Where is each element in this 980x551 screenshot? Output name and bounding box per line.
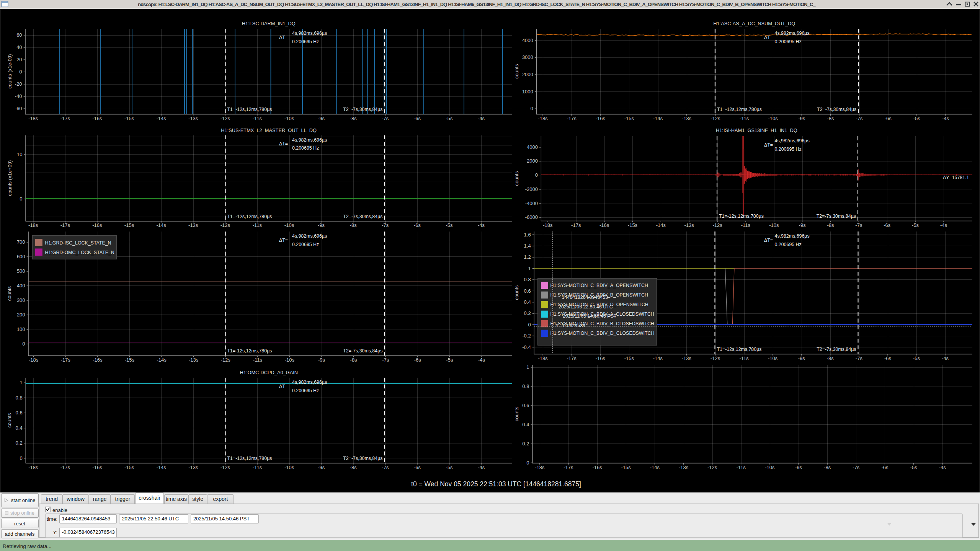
svg-text:-60: -60	[15, 106, 22, 111]
svg-text:40: 40	[16, 44, 22, 50]
svg-text:H1:SYS-MOTION_C_BDIV_A_OPENSWI: H1:SYS-MOTION_C_BDIV_A_OPENSWITCH	[550, 283, 648, 288]
svg-text:-9s: -9s	[798, 355, 805, 361]
svg-text:T2=-7s,30ms,84µs: T2=-7s,30ms,84µs	[343, 456, 382, 461]
svg-text:-17s: -17s	[567, 116, 577, 121]
svg-text:0: 0	[20, 455, 22, 461]
svg-text:1: 1	[20, 380, 22, 385]
svg-text:-9s: -9s	[798, 116, 805, 121]
svg-text:-17s: -17s	[571, 222, 581, 228]
svg-text:-16s: -16s	[93, 357, 103, 363]
svg-text:-9s: -9s	[795, 465, 802, 470]
svg-text:counts: counts	[7, 413, 13, 428]
svg-text:0.6: 0.6	[522, 403, 529, 408]
svg-text:T1=-12s,12ms,780µs: T1=-12s,12ms,780µs	[227, 214, 272, 219]
svg-text:-14s: -14s	[653, 116, 663, 121]
svg-text:-12s: -12s	[221, 357, 231, 363]
svg-text:-0.2: -0.2	[522, 333, 531, 339]
svg-text:T2=-7s,30ms,84µs: T2=-7s,30ms,84µs	[343, 348, 382, 354]
svg-text:200: 200	[17, 312, 25, 318]
svg-text:-8s: -8s	[350, 465, 357, 470]
svg-text:H1:OMC-DCPD_A0_GAIN: H1:OMC-DCPD_A0_GAIN	[240, 370, 298, 375]
svg-text:1.6: 1.6	[524, 232, 531, 238]
svg-text:-5s: -5s	[446, 357, 453, 363]
svg-text:-13s: -13s	[188, 222, 198, 228]
svg-text:0.4: 0.4	[522, 422, 529, 427]
svg-text:0.4: 0.4	[524, 299, 531, 305]
svg-text:0.200695 Hz: 0.200695 Hz	[775, 147, 802, 152]
svg-text:0.200695 Hz: 0.200695 Hz	[775, 39, 802, 44]
svg-text:-13s: -13s	[682, 116, 692, 121]
svg-text:-8s: -8s	[350, 357, 358, 363]
svg-text:-8s: -8s	[827, 355, 834, 361]
svg-text:-6s: -6s	[414, 465, 421, 470]
svg-text:-14s: -14s	[156, 222, 166, 228]
svg-text:-15s: -15s	[624, 116, 634, 121]
svg-text:counts (x1e-09): counts (x1e-09)	[7, 54, 13, 88]
svg-text:H1:LSC-DARM_IN1_DQ: H1:LSC-DARM_IN1_DQ	[242, 21, 296, 26]
svg-text:-14s: -14s	[157, 465, 167, 470]
svg-text:-9s: -9s	[799, 222, 806, 228]
svg-text:1: 1	[526, 364, 529, 370]
svg-text:-16s: -16s	[599, 222, 609, 228]
svg-text:2025/11/05 14:50:46 PST: 2025/11/05 14:50:46 PST	[563, 313, 617, 319]
svg-text:-18s: -18s	[538, 355, 548, 361]
svg-text:-13s: -13s	[682, 355, 692, 361]
svg-text:4s,982ms,696µs: 4s,982ms,696µs	[292, 137, 327, 143]
svg-text:4s,982ms,696µs: 4s,982ms,696µs	[292, 31, 327, 36]
svg-text:-5s: -5s	[446, 116, 453, 121]
svg-text:-10s: -10s	[284, 222, 294, 228]
svg-text:-5s: -5s	[913, 355, 920, 361]
svg-text:-9s: -9s	[318, 222, 325, 228]
svg-text:H1:SYS-MOTION_C_BDIV_D_CLOSEDS: H1:SYS-MOTION_C_BDIV_D_CLOSEDSWITCH	[550, 331, 655, 336]
svg-text:-6s: -6s	[881, 465, 889, 470]
svg-text:-7s: -7s	[382, 357, 389, 363]
svg-text:-18s: -18s	[28, 465, 38, 470]
svg-text:0.200695 Hz: 0.200695 Hz	[775, 242, 802, 247]
svg-text:600: 600	[17, 254, 25, 259]
svg-text:-10s: -10s	[765, 465, 775, 470]
svg-text:-0.4: -0.4	[522, 344, 531, 350]
svg-text:-6s: -6s	[884, 222, 891, 228]
svg-text:-17s: -17s	[61, 357, 71, 363]
svg-text:0.6: 0.6	[524, 288, 531, 294]
svg-text:T1=-12s,12ms,780µs: T1=-12s,12ms,780µs	[719, 214, 764, 219]
svg-text:20: 20	[16, 57, 22, 62]
svg-text:-10s: -10s	[284, 465, 294, 470]
svg-text:-12s: -12s	[707, 465, 717, 470]
svg-text:-15s: -15s	[125, 357, 135, 363]
svg-text:Y=-0.0324584: Y=-0.0324584	[555, 323, 585, 328]
svg-text:-16s: -16s	[596, 355, 606, 361]
svg-text:-5s: -5s	[910, 465, 918, 470]
svg-text:counts: counts	[514, 64, 519, 79]
svg-text:ΔT=: ΔT=	[279, 238, 288, 243]
svg-text:10: 10	[17, 152, 22, 157]
svg-text:-15s: -15s	[628, 222, 638, 228]
svg-text:-14s: -14s	[650, 465, 660, 470]
svg-text:-10s: -10s	[768, 116, 778, 121]
svg-text:-8s: -8s	[350, 222, 357, 228]
svg-text:-5s: -5s	[446, 222, 453, 228]
svg-text:-16s: -16s	[92, 116, 102, 121]
svg-text:1.2: 1.2	[524, 254, 531, 260]
svg-text:H1:SUS-ETMX_L2_MASTER_OUT_LL_D: H1:SUS-ETMX_L2_MASTER_OUT_LL_DQ	[221, 127, 317, 133]
svg-text:-17s: -17s	[564, 465, 573, 470]
svg-text:4s,982ms,696µs: 4s,982ms,696µs	[775, 138, 810, 143]
svg-text:-6s: -6s	[414, 116, 421, 121]
svg-text:H1:GRD-OMC_LOCK_STATE_N: H1:GRD-OMC_LOCK_STATE_N	[45, 250, 114, 255]
svg-text:0.200695 Hz: 0.200695 Hz	[292, 242, 319, 247]
svg-text:-18s: -18s	[28, 222, 38, 228]
svg-text:0.2: 0.2	[522, 441, 529, 447]
svg-text:0.8: 0.8	[522, 383, 529, 389]
svg-text:1.4: 1.4	[524, 243, 531, 249]
svg-text:-11s: -11s	[253, 222, 262, 228]
svg-text:-4s: -4s	[478, 357, 485, 363]
svg-text:4s,982ms,696µs: 4s,982ms,696µs	[292, 380, 327, 385]
svg-text:100: 100	[17, 326, 25, 332]
svg-text:-40: -40	[15, 93, 22, 99]
svg-text:ΔT=: ΔT=	[764, 35, 773, 40]
svg-text:0: 0	[19, 69, 22, 75]
svg-text:-13s: -13s	[188, 116, 198, 121]
svg-text:-7s: -7s	[382, 222, 389, 228]
svg-text:-17s: -17s	[60, 465, 70, 470]
svg-text:0: 0	[535, 172, 538, 178]
